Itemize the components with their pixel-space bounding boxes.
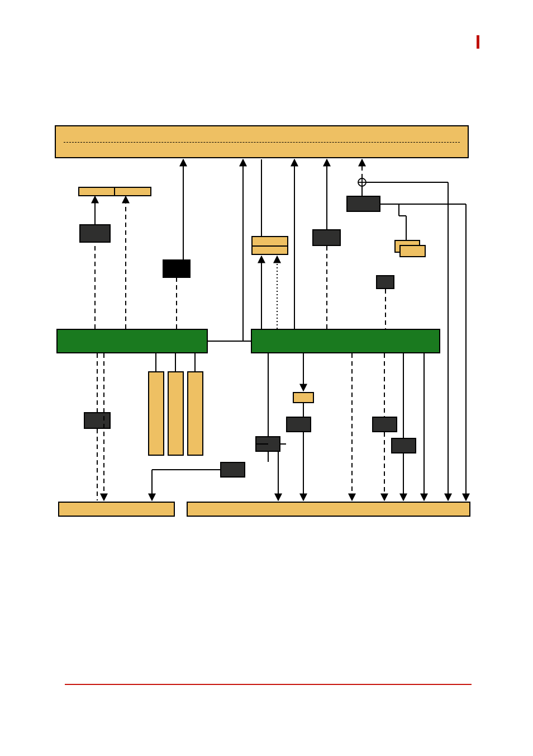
mid-dark-2 xyxy=(286,417,311,432)
tall-gold-1 xyxy=(148,371,164,456)
diagram-page xyxy=(0,0,533,756)
tall-gold-3 xyxy=(187,371,203,456)
small-pair-right xyxy=(114,187,151,196)
tall-gold-2 xyxy=(168,371,184,456)
mid-dark-upper xyxy=(312,229,341,246)
page-accent-mark xyxy=(477,35,479,49)
left-dark-lower xyxy=(84,412,111,429)
top-right-dark xyxy=(346,196,380,212)
svg-point-0 xyxy=(358,178,366,186)
footer-rule xyxy=(65,684,472,685)
bottom-right-gold xyxy=(187,502,470,517)
mid-dark-3 xyxy=(255,436,280,452)
xor-icon xyxy=(358,178,366,186)
top-banner-midline xyxy=(64,142,460,143)
small-pair-left xyxy=(78,187,115,196)
right-dark-2 xyxy=(372,417,397,432)
connectors xyxy=(0,0,533,756)
mid-small-gold xyxy=(251,236,288,255)
right-green xyxy=(251,329,440,353)
mid-small-gold-line xyxy=(253,245,287,247)
bottom-dark xyxy=(220,462,245,478)
left-green xyxy=(56,329,208,353)
top-banner xyxy=(55,125,469,158)
stack-gold-front xyxy=(399,245,426,257)
tiny-gold xyxy=(293,392,314,403)
black-box xyxy=(163,259,191,278)
left-dark-upper xyxy=(79,224,111,243)
right-dark-3 xyxy=(391,438,416,453)
bottom-left-gold xyxy=(58,502,175,517)
right-small-dark xyxy=(376,275,394,289)
